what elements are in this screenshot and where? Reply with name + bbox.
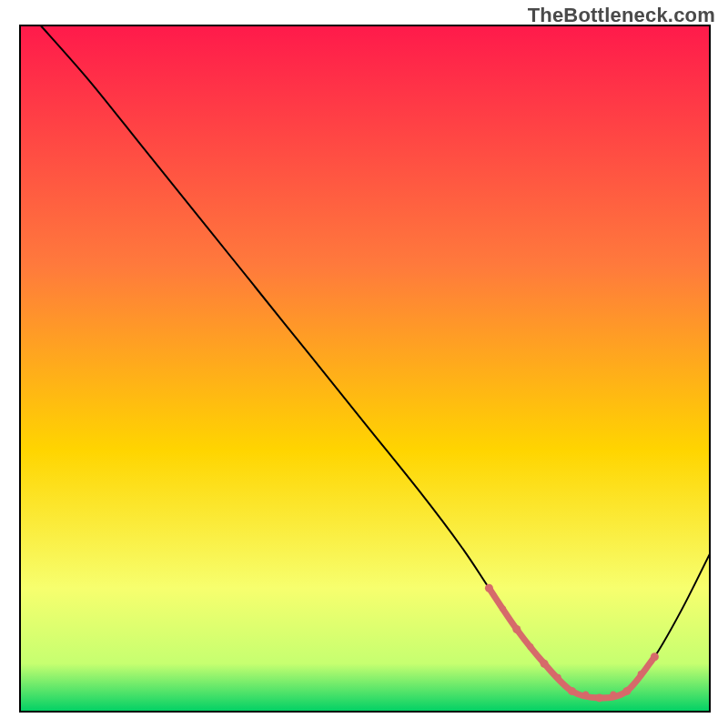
optimal-zone-dot	[638, 671, 644, 677]
optimal-zone-dot	[582, 692, 589, 698]
optimal-zone-dot	[485, 584, 493, 592]
optimal-zone-dot	[512, 625, 521, 633]
optimal-zone-dot	[527, 643, 533, 650]
plot-area	[20, 25, 710, 712]
optimal-zone-dot	[500, 605, 506, 612]
optimal-zone-dot	[610, 692, 616, 698]
bottleneck-chart	[0, 0, 728, 728]
optimal-zone-dot	[651, 652, 659, 661]
optimal-zone-dot	[623, 687, 632, 695]
optimal-zone-dot	[541, 660, 549, 668]
watermark-text: TheBottleneck.com	[528, 4, 715, 27]
optimal-zone-dot	[568, 687, 576, 695]
optimal-zone-dot	[555, 674, 561, 681]
chart-stage: TheBottleneck.com	[0, 0, 728, 728]
optimal-zone-dot	[595, 693, 603, 702]
